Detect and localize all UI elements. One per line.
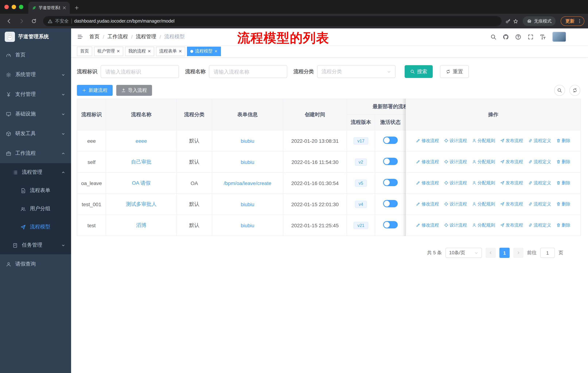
browser-reload-icon[interactable] [31, 18, 37, 24]
action-delete-link[interactable]: 删除 [556, 138, 570, 144]
action-definition-link[interactable]: 流程定义 [528, 159, 551, 165]
goto-page-input[interactable] [540, 248, 555, 258]
page-number-button[interactable]: 1 [499, 248, 510, 258]
security-warning-icon[interactable] [48, 19, 52, 23]
breadcrumb-home[interactable]: 首页 [89, 33, 100, 40]
chrome-update-button[interactable]: 更新 [561, 16, 584, 26]
form-info-link[interactable]: biubiu [241, 201, 254, 207]
process-name-link[interactable]: 自己审批 [131, 159, 151, 164]
action-delete-link[interactable]: 删除 [556, 201, 570, 207]
action-assign-rule-link[interactable]: 分配规则 [472, 180, 495, 186]
process-category-select[interactable]: 流程分类 [317, 65, 396, 78]
page-size-select[interactable]: 10条/页 [445, 248, 482, 258]
window-minimize-button[interactable] [12, 5, 16, 9]
action-design-link[interactable]: 设计流程 [444, 159, 467, 165]
window-close-button[interactable] [4, 5, 9, 9]
user-avatar[interactable] [552, 32, 566, 42]
process-name-link[interactable]: OA 请假 [132, 180, 151, 186]
action-assign-rule-link[interactable]: 分配规则 [472, 201, 495, 207]
action-delete-link[interactable]: 删除 [556, 159, 570, 165]
process-name-link[interactable]: 滔博 [136, 222, 146, 228]
import-process-button[interactable]: 导入流程 [116, 85, 152, 96]
action-assign-rule-link[interactable]: 分配规则 [472, 159, 495, 165]
tag-my-process[interactable]: 我的流程 [125, 46, 154, 56]
active-toggle[interactable] [383, 137, 398, 144]
tag-tenant-management[interactable]: 租户管理 [94, 46, 123, 56]
sidebar-item-leave-query[interactable]: 请假查询 [0, 254, 71, 274]
process-name-link[interactable]: eeee [136, 138, 147, 144]
url-bar[interactable]: 不安全 dashboard.yudao.iocoder.cn/bpm/manag… [43, 16, 502, 26]
tag-close-icon[interactable] [148, 50, 151, 53]
action-design-link[interactable]: 设计流程 [444, 180, 467, 186]
tag-close-icon[interactable] [117, 50, 120, 53]
next-page-button[interactable] [513, 248, 524, 258]
font-size-icon[interactable] [540, 34, 546, 40]
action-definition-link[interactable]: 流程定义 [528, 138, 551, 144]
action-edit-link[interactable]: 修改流程 [416, 159, 439, 165]
refresh-table-button[interactable] [569, 85, 580, 96]
sidebar-item-process-model[interactable]: 流程模型 [0, 218, 71, 236]
fullscreen-icon[interactable] [527, 34, 534, 40]
breadcrumb-process-management[interactable]: 流程管理 [136, 33, 156, 40]
active-toggle[interactable] [383, 158, 398, 165]
create-process-button[interactable]: 新建流程 [77, 85, 113, 96]
sidebar-item-infrastructure[interactable]: 基础设施 [0, 104, 71, 124]
action-delete-link[interactable]: 删除 [556, 222, 570, 228]
form-info-link[interactable]: biubiu [241, 138, 254, 144]
action-publish-link[interactable]: 发布流程 [500, 222, 523, 228]
action-assign-rule-link[interactable]: 分配规则 [472, 138, 495, 144]
browser-forward-icon[interactable] [19, 18, 24, 24]
action-publish-link[interactable]: 发布流程 [500, 138, 523, 144]
breadcrumb-workflow[interactable]: 工作流程 [107, 33, 128, 40]
tab-close-icon[interactable] [62, 6, 66, 10]
process-name-input[interactable] [209, 65, 287, 78]
action-publish-link[interactable]: 发布流程 [500, 201, 523, 207]
sidebar-item-user-group[interactable]: 用户分组 [0, 200, 71, 218]
action-delete-link[interactable]: 删除 [556, 180, 570, 186]
action-design-link[interactable]: 设计流程 [444, 222, 467, 228]
reset-button[interactable]: 重置 [440, 65, 469, 78]
sidebar-item-devtools[interactable]: 研发工具 [0, 124, 71, 143]
bookmark-star-icon[interactable] [513, 18, 518, 24]
browser-tab[interactable]: 芋道管理系统 [28, 2, 70, 14]
action-publish-link[interactable]: 发布流程 [500, 180, 523, 186]
search-button[interactable]: 搜索 [405, 65, 433, 78]
form-info-link[interactable]: biubiu [241, 222, 254, 228]
process-name-link[interactable]: 测试多审批人 [126, 201, 157, 207]
action-edit-link[interactable]: 修改流程 [416, 201, 439, 207]
action-design-link[interactable]: 设计流程 [444, 138, 467, 144]
show-search-toggle-button[interactable] [554, 85, 565, 96]
tag-process-form[interactable]: 流程表单 [156, 46, 185, 56]
sidebar-logo[interactable]: 芋道管理系统 [0, 28, 71, 45]
tag-home[interactable]: 首页 [77, 46, 92, 56]
form-info-link[interactable]: /bpm/oa/leave/create [224, 180, 271, 186]
search-icon[interactable] [490, 34, 496, 40]
github-icon[interactable] [503, 34, 509, 40]
action-edit-link[interactable]: 修改流程 [416, 180, 439, 186]
action-definition-link[interactable]: 流程定义 [528, 222, 551, 228]
sidebar-item-system[interactable]: 系统管理 [0, 65, 71, 84]
sidebar-item-process-form[interactable]: 流程表单 [0, 181, 71, 200]
action-assign-rule-link[interactable]: 分配规则 [472, 222, 495, 228]
action-edit-link[interactable]: 修改流程 [416, 222, 439, 228]
process-id-input[interactable] [101, 65, 179, 78]
sidebar-item-task-management[interactable]: 任务管理 [0, 236, 71, 254]
prev-page-button[interactable] [486, 248, 496, 258]
password-key-icon[interactable] [505, 18, 511, 24]
sidebar-item-workflow[interactable]: 工作流程 [0, 143, 71, 163]
browser-back-icon[interactable] [6, 18, 12, 24]
sidebar-item-home[interactable]: 首页 [0, 45, 71, 65]
action-design-link[interactable]: 设计流程 [444, 201, 467, 207]
tag-process-model-active[interactable]: 流程模型 [187, 46, 221, 56]
window-zoom-button[interactable] [19, 5, 23, 9]
active-toggle[interactable] [383, 179, 398, 186]
browser-menu-dots-icon[interactable] [577, 19, 582, 24]
action-edit-link[interactable]: 修改流程 [416, 138, 439, 144]
form-info-link[interactable]: biubiu [241, 159, 254, 165]
sidebar-item-process-management[interactable]: 流程管理 [0, 163, 71, 181]
sidebar-toggle-hamburger-icon[interactable] [77, 33, 84, 40]
tag-close-icon[interactable] [214, 50, 218, 53]
active-toggle[interactable] [383, 221, 398, 228]
action-definition-link[interactable]: 流程定义 [528, 201, 551, 207]
action-definition-link[interactable]: 流程定义 [528, 180, 551, 186]
